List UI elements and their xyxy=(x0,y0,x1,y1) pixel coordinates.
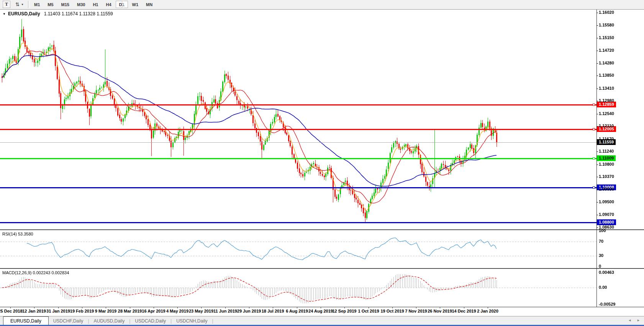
rsi-tick-label: 30 xyxy=(599,253,603,258)
toolbar: T ⇅ ▼ M1M5M15M30H1H4D1W1MN xyxy=(0,0,644,9)
tabs-holder: EURUSD,DailyUSDCHF,Daily|AUDUSD,Daily|US… xyxy=(0,316,213,325)
price-tick-mark xyxy=(596,63,598,64)
level-line-handle[interactable] xyxy=(593,104,595,106)
timeframe-button-mn[interactable]: MN xyxy=(143,1,156,8)
pane-separator[interactable] xyxy=(0,229,644,231)
date-tick-mark xyxy=(344,307,345,308)
price-tick-label: 1.12980 xyxy=(599,98,614,103)
horizontal-level-line-1.11009[interactable] xyxy=(0,158,596,159)
price-tick-label: 1.14280 xyxy=(599,61,614,65)
tab-audusd-daily[interactable]: AUDUSD,Daily xyxy=(89,317,129,325)
price-tick-mark xyxy=(596,76,598,76)
toolbar-separator xyxy=(28,1,29,8)
date-tick-mark xyxy=(177,307,178,308)
date-tick-mark xyxy=(273,307,273,308)
horizontal-level-line-1.08800[interactable] xyxy=(0,222,596,223)
price-chart-canvas[interactable] xyxy=(0,10,596,229)
date-tick-mark xyxy=(106,307,106,308)
price-tick-label: 1.09070 xyxy=(599,212,614,217)
macd-tick-label: -0.00529 xyxy=(599,302,615,306)
price-tick-label: 1.13850 xyxy=(599,73,614,77)
date-tick-mark xyxy=(297,307,297,308)
price-tick-mark xyxy=(596,89,598,89)
horizontal-level-line-1.12859[interactable] xyxy=(0,104,596,105)
price-tick-mark xyxy=(596,13,598,13)
arrows-tool-button[interactable]: ⇅ ▼ xyxy=(13,1,26,8)
level-line-handle[interactable] xyxy=(593,186,595,189)
tab-eurusd-daily[interactable]: EURUSD,Daily xyxy=(3,316,49,326)
date-tick-mark xyxy=(34,307,34,308)
price-tick-label: 1.09930 xyxy=(599,187,614,191)
macd-label: MACD(12,26,9) 0.002243 0.002834 xyxy=(2,270,69,275)
timeframe-button-m5[interactable]: M5 xyxy=(44,1,57,8)
rsi-label: RSI(14) 53.3580 xyxy=(2,232,33,236)
price-tick-mark xyxy=(596,126,598,127)
price-tick-label: 1.09500 xyxy=(599,199,614,204)
chart-title: EURUSD,Daily xyxy=(8,11,40,16)
rsi-tick-label: 70 xyxy=(599,239,603,244)
date-tick-mark xyxy=(488,307,488,308)
macd-tick-label: 0.00 xyxy=(599,285,607,290)
price-tick-mark xyxy=(596,177,598,177)
timeframe-button-w1[interactable]: W1 xyxy=(129,1,142,8)
text-tool-button[interactable]: T xyxy=(3,1,10,8)
timeframe-button-h4[interactable]: H4 xyxy=(102,1,115,8)
date-tick-mark xyxy=(201,307,202,308)
macd-indicator-canvas[interactable] xyxy=(0,269,596,307)
level-line-handle[interactable] xyxy=(593,157,595,160)
timeframe-bar: M1M5M15M30H1H4D1W1MN xyxy=(31,1,157,8)
price-tick-label: 1.15150 xyxy=(599,35,614,40)
pane-separator[interactable] xyxy=(0,268,644,269)
tab-scroll-buttons: ◄ ► xyxy=(628,319,640,322)
date-tick-mark xyxy=(10,307,11,308)
price-tick-label: 1.16020 xyxy=(599,10,614,15)
arrows-tool-icon: ⇅ xyxy=(15,2,20,7)
date-tick-label: 2 Jan 2020 xyxy=(472,309,503,313)
price-level-badge-1.08800: 1.08800 xyxy=(597,219,616,225)
date-tick-mark xyxy=(464,307,464,308)
price-tick-mark xyxy=(596,101,598,101)
rsi-indicator-canvas[interactable] xyxy=(0,230,596,268)
tab-scroll-right-icon[interactable]: ► xyxy=(637,319,640,322)
date-tick-mark xyxy=(249,307,249,308)
price-tick-mark xyxy=(596,25,598,26)
tab-usdchf-daily[interactable]: USDCHF,Daily xyxy=(49,317,88,325)
timeframe-button-m15[interactable]: M15 xyxy=(58,1,73,8)
date-tick-mark xyxy=(154,307,154,308)
date-tick-mark xyxy=(440,307,440,308)
timeframe-button-m30[interactable]: M30 xyxy=(74,1,88,8)
date-tick-mark xyxy=(130,307,130,308)
level-line-handle[interactable] xyxy=(593,128,595,130)
tab-separator: | xyxy=(212,318,213,325)
date-tick-mark xyxy=(321,307,321,308)
price-tick-label: 1.12540 xyxy=(599,111,614,116)
date-tick-mark xyxy=(225,307,226,308)
timeframe-button-m1[interactable]: M1 xyxy=(31,1,43,8)
horizontal-level-line-1.10008[interactable] xyxy=(0,187,596,188)
horizontal-level-line-1.12005[interactable] xyxy=(0,129,596,130)
horizontal-level-line-1.11559[interactable] xyxy=(0,142,596,143)
tab-scroll-left-icon[interactable]: ◄ xyxy=(628,319,631,322)
tab-usdcad-daily[interactable]: USDCAD,Daily xyxy=(130,317,170,325)
tab-usdcnh-daily[interactable]: USDCNH,Daily xyxy=(172,317,212,325)
price-tick-mark xyxy=(596,202,598,203)
price-tick-mark xyxy=(596,227,598,228)
chart-dropdown-icon[interactable]: ▼ xyxy=(3,12,6,16)
price-tick-mark xyxy=(596,38,598,38)
date-tick-mark xyxy=(392,307,393,308)
price-tick-label: 1.13410 xyxy=(599,86,614,91)
toolbar-separator xyxy=(122,1,123,8)
chart-header[interactable]: ▼ EURUSD,Daily 1.11403 1.11674 1.11328 1… xyxy=(3,11,113,16)
price-tick-mark xyxy=(596,139,598,140)
date-tick-mark xyxy=(58,307,59,308)
price-tick-label: 1.15580 xyxy=(599,23,614,27)
price-tick-mark xyxy=(596,114,598,114)
price-tick-label: 1.14720 xyxy=(599,48,614,53)
price-tick-label: 1.11670 xyxy=(599,137,614,141)
rsi-tick-label: 100 xyxy=(599,228,606,233)
date-tick-mark xyxy=(82,307,82,308)
price-tick-mark xyxy=(596,189,598,190)
timeframe-button-h1[interactable]: H1 xyxy=(89,1,102,8)
price-tick-mark xyxy=(596,51,598,51)
date-tick-mark xyxy=(416,307,416,308)
